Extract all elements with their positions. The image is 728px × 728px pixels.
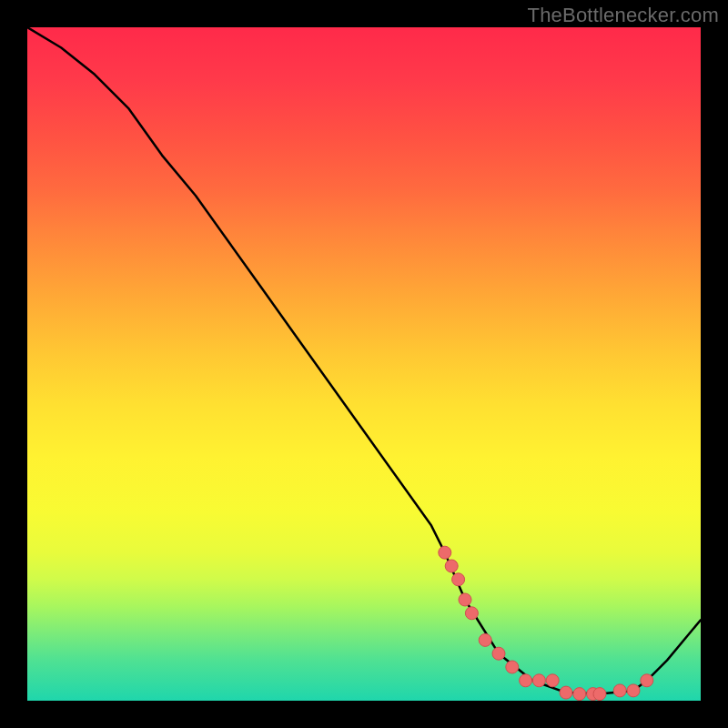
chart-frame: TheBottlenecker.com <box>0 0 728 728</box>
curve-marker <box>492 647 505 660</box>
curve-marker <box>452 573 465 586</box>
curve-marker <box>546 674 559 687</box>
curve-markers <box>439 546 653 700</box>
curve-marker <box>573 688 586 701</box>
curve-marker <box>520 674 532 687</box>
watermark-text: TheBottlenecker.com <box>528 4 719 27</box>
curve-marker <box>627 684 640 697</box>
curve-marker <box>506 661 519 673</box>
curve-marker <box>532 674 545 687</box>
curve-layer <box>27 27 701 701</box>
plot-area <box>27 27 701 701</box>
curve-marker <box>459 593 471 606</box>
curve-marker <box>445 560 458 572</box>
curve-marker <box>439 546 451 559</box>
bottleneck-curve <box>27 27 701 694</box>
curve-marker <box>593 688 606 701</box>
curve-marker <box>641 674 653 687</box>
curve-marker <box>560 686 572 699</box>
curve-marker <box>479 633 491 646</box>
curve-marker <box>465 607 478 620</box>
curve-marker <box>613 684 626 697</box>
